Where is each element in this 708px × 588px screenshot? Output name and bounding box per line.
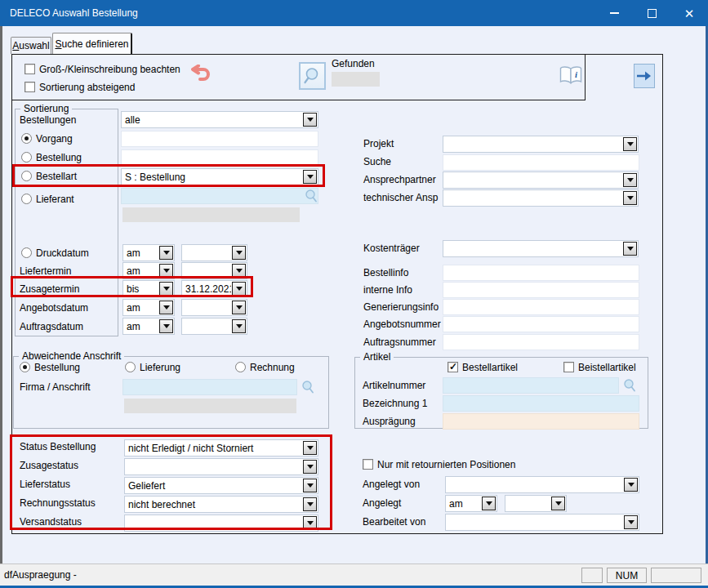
- dropdown-arrow-icon[interactable]: [624, 478, 638, 492]
- liefertermin-op-combobox[interactable]: am: [122, 262, 175, 279]
- lieferstatus-combobox[interactable]: Geliefert: [124, 477, 318, 494]
- dropdown-arrow-icon[interactable]: [232, 282, 246, 296]
- lieferant-search-field[interactable]: [121, 188, 318, 204]
- kostentraeger-combobox[interactable]: [443, 240, 639, 257]
- radio-bestellung[interactable]: [21, 152, 32, 163]
- dropdown-arrow-icon[interactable]: [232, 319, 246, 333]
- angelegt-von-label: Angelegt von: [363, 479, 420, 490]
- bestellart-combobox[interactable]: S : Bestellung: [121, 168, 318, 185]
- dropdown-arrow-icon[interactable]: [159, 301, 173, 314]
- rechnungsstatus-combobox[interactable]: nicht berechnet: [124, 496, 318, 513]
- angebotsdatum-date-combobox[interactable]: [181, 299, 247, 316]
- sort-descending-checkbox[interactable]: [24, 82, 35, 92]
- dropdown-arrow-icon[interactable]: [623, 173, 637, 187]
- ansprechpartner-label: Ansprechpartner: [363, 174, 436, 185]
- druckdatum-date-combobox[interactable]: [181, 244, 247, 261]
- bestellungen-combobox[interactable]: alle: [121, 111, 318, 128]
- radio-anschrift-lieferung[interactable]: [125, 362, 136, 372]
- info-book-icon[interactable]: i: [559, 65, 583, 87]
- dropdown-arrow-icon[interactable]: [159, 319, 173, 333]
- magnifier-icon[interactable]: [622, 378, 637, 393]
- zusagetermin-date-value: 31.12.2021: [182, 281, 231, 296]
- bestellinfo-field[interactable]: [443, 265, 639, 281]
- suche-field[interactable]: [443, 154, 639, 171]
- angelegt-von-combobox[interactable]: [445, 476, 639, 493]
- auftragsnummer-field[interactable]: [443, 334, 639, 350]
- interne-info-field[interactable]: [443, 282, 639, 298]
- dropdown-arrow-icon[interactable]: [159, 246, 173, 260]
- dropdown-arrow-icon[interactable]: [303, 441, 317, 455]
- zusagestatus-combobox[interactable]: [124, 458, 318, 475]
- magnifier-icon[interactable]: [301, 380, 315, 394]
- dropdown-arrow-icon[interactable]: [623, 191, 637, 205]
- dropdown-arrow-icon[interactable]: [232, 246, 246, 260]
- dropdown-arrow-icon[interactable]: [551, 497, 565, 510]
- bestellung-field[interactable]: [121, 149, 318, 166]
- angelegt-date-combobox[interactable]: [505, 495, 567, 512]
- druckdatum-op-combobox[interactable]: am: [122, 244, 175, 261]
- liefertermin-date-combobox[interactable]: [181, 262, 247, 279]
- versandstatus-combobox[interactable]: [124, 514, 318, 532]
- tab-suche-definieren[interactable]: Suche definieren: [52, 33, 132, 54]
- retournierte-positionen-checkbox[interactable]: [363, 459, 373, 470]
- dropdown-arrow-icon[interactable]: [623, 242, 637, 256]
- radio-lieferant[interactable]: [21, 194, 32, 204]
- angebotsdatum-op-combobox[interactable]: am: [122, 299, 175, 316]
- dropdown-arrow-icon[interactable]: [303, 170, 317, 184]
- dropdown-arrow-icon[interactable]: [159, 282, 173, 296]
- dropdown-arrow-icon[interactable]: [624, 515, 638, 529]
- technischer-ansprechpartner-combobox[interactable]: [443, 189, 639, 207]
- dropdown-arrow-icon[interactable]: [232, 301, 246, 314]
- angebotsdatum-op-value: am: [123, 300, 158, 315]
- artikelnummer-search-field[interactable]: [443, 377, 619, 394]
- radio-bestellart[interactable]: [21, 171, 32, 181]
- artikelnummer-label: Artikelnummer: [363, 380, 425, 391]
- radio-druckdatum[interactable]: [21, 247, 32, 258]
- auftragsdatum-date-combobox[interactable]: [181, 318, 247, 335]
- liefertermin-op-value: am: [123, 263, 158, 278]
- dropdown-arrow-icon[interactable]: [159, 264, 173, 278]
- firma-search-field[interactable]: [122, 379, 297, 395]
- zusagestatus-value: [125, 459, 302, 474]
- versandstatus-label: Versandstatus: [20, 516, 82, 528]
- execute-search-button[interactable]: [634, 64, 655, 88]
- dropdown-arrow-icon[interactable]: [303, 460, 317, 474]
- sortierung-legend: Sortierung: [20, 103, 72, 114]
- case-sensitive-checkbox[interactable]: [24, 64, 35, 74]
- dropdown-arrow-icon[interactable]: [232, 264, 246, 278]
- magnifier-icon[interactable]: [304, 189, 318, 203]
- projekt-label: Projekt: [363, 138, 394, 149]
- dropdown-arrow-icon[interactable]: [623, 137, 637, 151]
- dropdown-arrow-icon[interactable]: [482, 497, 496, 510]
- radio-anschrift-rechnung[interactable]: [235, 362, 246, 372]
- tab-auswahl[interactable]: Auswahl: [11, 37, 51, 54]
- close-button[interactable]: ✕: [670, 0, 708, 26]
- status-bestellung-combobox[interactable]: nicht Erledigt / nicht Storniert: [124, 439, 318, 457]
- generierungsinfo-field[interactable]: [443, 299, 639, 315]
- vorgang-field[interactable]: [121, 131, 318, 147]
- projekt-combobox[interactable]: [443, 136, 639, 153]
- zusagetermin-date-combobox[interactable]: 31.12.2021: [181, 280, 247, 297]
- dropdown-arrow-icon[interactable]: [303, 113, 317, 127]
- search-button[interactable]: [299, 62, 326, 90]
- auspraegung-field[interactable]: [443, 413, 639, 430]
- bezeichnung-field[interactable]: [443, 395, 639, 412]
- angelegt-op-combobox[interactable]: am: [445, 495, 497, 512]
- dropdown-arrow-icon[interactable]: [303, 516, 317, 530]
- dropdown-arrow-icon[interactable]: [303, 479, 317, 492]
- zusagetermin-op-combobox[interactable]: bis: [122, 280, 175, 297]
- radio-vorgang[interactable]: [21, 133, 32, 144]
- dropdown-arrow-icon[interactable]: [303, 497, 317, 511]
- bearbeitet-von-combobox[interactable]: [445, 514, 639, 531]
- ansprechpartner-combobox[interactable]: [443, 172, 639, 189]
- bestellartikel-checkbox[interactable]: [448, 362, 458, 372]
- radio-anschrift-bestellung[interactable]: [20, 362, 30, 372]
- beistellartikel-checkbox[interactable]: [563, 362, 574, 372]
- bearbeitet-von-value: [446, 514, 623, 530]
- minimize-button[interactable]: [595, 0, 633, 26]
- maximize-button[interactable]: [633, 0, 670, 26]
- zusagetermin-label: Zusagetermin: [20, 283, 79, 295]
- angebotsnummer-field[interactable]: [443, 316, 639, 332]
- auftragsdatum-op-combobox[interactable]: am: [122, 318, 175, 335]
- undo-arrow-icon[interactable]: [189, 65, 212, 86]
